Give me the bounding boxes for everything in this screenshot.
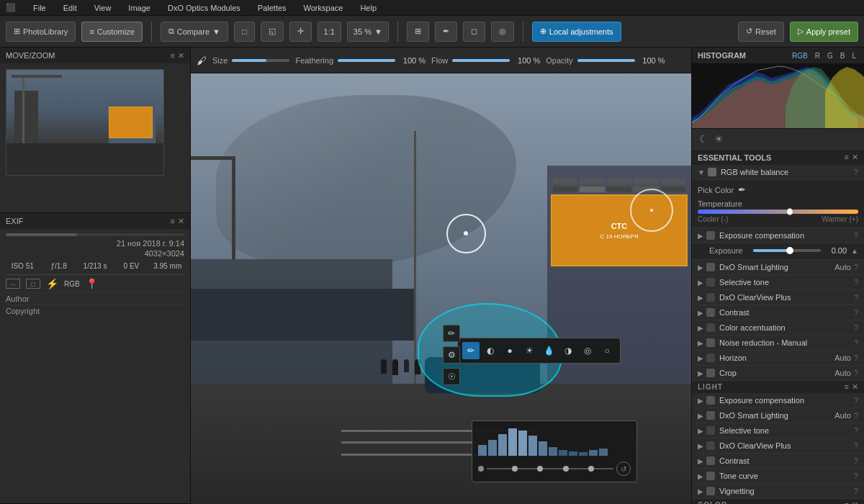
tool-tone-curve[interactable]: ▶ Tone curve ? (692, 469, 864, 484)
tool-light-exp-comp[interactable]: ▶ Exposure compensation ? (692, 393, 864, 408)
mini-toolbar-circle-btn[interactable]: ● (501, 342, 518, 359)
tool-color-accent[interactable]: ▶ Color accentuation ? (692, 320, 864, 336)
view-mode-2-btn[interactable]: ◱ (261, 22, 284, 42)
tone-reset-btn[interactable]: ↺ (616, 462, 631, 476)
local-adjustments-btn[interactable]: ⊕ Local adjustments (532, 22, 621, 42)
mini-toolbar-empty-btn[interactable]: ○ (598, 342, 616, 359)
color-section-close-icon[interactable]: ✕ (852, 500, 858, 504)
menu-file[interactable]: File (30, 2, 49, 14)
view-mode-btn[interactable]: □ (234, 22, 255, 42)
tool-white-balance[interactable]: ▼ RGB white balance ? (692, 165, 864, 180)
st-help[interactable]: ? (854, 278, 858, 287)
light-section-close-icon[interactable]: ✕ (852, 382, 858, 392)
move-zoom-close-icon[interactable]: ✕ (178, 51, 184, 60)
tool-contrast[interactable]: ▶ Contrast ? (692, 305, 864, 320)
cont-help[interactable]: ? (854, 308, 858, 317)
sun-icon[interactable]: ☀ (713, 132, 725, 146)
nr-help[interactable]: ? (854, 338, 858, 347)
crop-tool-btn[interactable]: ⊞ (407, 22, 429, 42)
hist-channel-r[interactable]: R (813, 51, 822, 60)
image-viewport[interactable]: СТС С 19 НОЯБРЯ (191, 73, 691, 504)
size-slider-track[interactable] (232, 59, 289, 62)
essential-tools-close-icon[interactable]: ✕ (852, 153, 858, 162)
lcv-help[interactable]: ? (854, 441, 858, 450)
menu-palettes[interactable]: Palettes (255, 2, 289, 14)
tool-crop[interactable]: ▶ Crop Auto ? (692, 366, 864, 381)
essential-tools-menu-icon[interactable]: ≡ (845, 153, 849, 162)
menu-view[interactable]: View (91, 2, 114, 14)
exposure-spinner-up[interactable]: ▲ (851, 247, 858, 255)
move-zoom-menu-icon[interactable]: ≡ (171, 51, 175, 60)
menu-workspace[interactable]: Workspace (301, 2, 346, 14)
tool-dxo-smart-lighting[interactable]: ▶ DxO Smart Lighting Auto ? (692, 260, 864, 275)
compare-btn[interactable]: ⧉ Compare ▼ (161, 22, 228, 42)
reset-btn[interactable]: ↺ Reset (738, 22, 784, 42)
vig-help[interactable]: ? (854, 487, 858, 495)
tool-light-smart-lighting[interactable]: ▶ DxO Smart Lighting Auto ? (692, 408, 864, 423)
mini-toolbar-pen-btn[interactable]: ✏ (462, 342, 480, 359)
light-section-menu-icon[interactable]: ≡ (845, 382, 849, 392)
mini-toolbar-target-btn[interactable]: ◎ (579, 342, 596, 359)
crop-help[interactable]: ? (854, 369, 858, 377)
lsl-help[interactable]: ? (854, 411, 858, 420)
feathering-slider-track[interactable] (338, 59, 395, 62)
lc-help[interactable]: ? (854, 456, 858, 465)
hist-channel-l[interactable]: L (850, 51, 858, 60)
menu-edit[interactable]: Edit (60, 2, 80, 14)
flow-slider-track[interactable] (452, 59, 510, 62)
tool-light-clearview[interactable]: ▶ DxO ClearView Plus ? (692, 438, 864, 454)
exif-menu-icon[interactable]: ≡ (171, 217, 175, 226)
photo-library-btn[interactable]: ⊞ PhotoLibrary (6, 22, 76, 42)
brush-tool-icon[interactable]: 🖌 (197, 55, 207, 66)
customize-btn[interactable]: ≡ Customize (81, 22, 142, 42)
exposure-thumb[interactable] (786, 247, 793, 254)
mini-toolbar-erase-btn[interactable]: ◐ (482, 342, 499, 359)
dsl-help[interactable]: ? (854, 263, 858, 271)
tool-selective-tone[interactable]: ▶ Selective tone ? (692, 275, 864, 290)
tool-noise-reduction[interactable]: ▶ Noise reduction - Manual ? (692, 336, 864, 351)
temp-thumb[interactable] (786, 208, 793, 215)
side-tool-3[interactable]: ☉ (443, 368, 460, 385)
cv-help[interactable]: ? (854, 293, 858, 302)
tool-vignetting[interactable]: ▶ Vignetting ? (692, 484, 864, 499)
lec-help[interactable]: ? (854, 396, 858, 405)
tone-slider-row[interactable]: ↺ (478, 462, 631, 476)
mini-toolbar-half-btn[interactable]: ◑ (559, 342, 577, 359)
wb-help[interactable]: ? (854, 168, 858, 176)
color-section-menu-icon[interactable]: ≡ (845, 500, 849, 504)
hist-channel-b[interactable]: B (838, 51, 847, 60)
zoom-control[interactable]: 1:1 (318, 22, 341, 42)
tone-thumb-4[interactable] (588, 466, 594, 472)
hor-help[interactable]: ? (854, 354, 858, 362)
exif-close-icon[interactable]: ✕ (178, 217, 184, 226)
mini-toolbar-drop-btn[interactable]: 💧 (540, 342, 557, 359)
tone-thumb-3[interactable] (563, 466, 569, 472)
menu-dxo-optics[interactable]: DxO Optics Modules (165, 2, 243, 14)
moon-icon[interactable]: ☾ (698, 132, 710, 146)
hist-channel-g[interactable]: G (825, 51, 835, 60)
side-tool-2[interactable]: ⚙ (443, 346, 460, 364)
exp-comp-help[interactable]: ? (854, 231, 858, 240)
local-adj-mini-toolbar[interactable]: ✏ ◐ ● ☀ 💧 ◑ (457, 338, 621, 364)
paint-btn[interactable]: ◻ (463, 22, 485, 42)
opacity-slider-track[interactable] (577, 59, 635, 62)
apply-preset-btn[interactable]: ▷ Apply preset (790, 22, 858, 42)
mini-toolbar-sun-btn[interactable]: ☀ (521, 342, 538, 359)
tool-clearview[interactable]: ▶ DxO ClearView Plus ? (692, 290, 864, 305)
ca-help[interactable]: ? (854, 323, 858, 332)
tone-track[interactable] (487, 468, 613, 469)
temp-track[interactable] (698, 210, 858, 214)
tool-exposure-compensation[interactable]: ▶ Exposure compensation ? (692, 228, 864, 243)
tool-light-contrast[interactable]: ▶ Contrast ? (692, 454, 864, 469)
lst-help[interactable]: ? (854, 426, 858, 435)
tone-thumb-1[interactable] (512, 466, 518, 472)
thumbnail[interactable] (6, 69, 164, 176)
menu-image[interactable]: Image (125, 2, 153, 14)
menu-help[interactable]: Help (357, 2, 379, 14)
eyedropper-btn[interactable]: ✒ (435, 22, 457, 42)
tool-horizon[interactable]: ▶ Horizon Auto ? (692, 351, 864, 366)
move-tool-btn[interactable]: ✛ (289, 22, 312, 42)
pick-color-eyedropper[interactable]: ✒ (738, 184, 746, 195)
zoom-percent[interactable]: 35 % ▼ (347, 22, 389, 42)
tone-dot-1[interactable] (478, 466, 484, 472)
